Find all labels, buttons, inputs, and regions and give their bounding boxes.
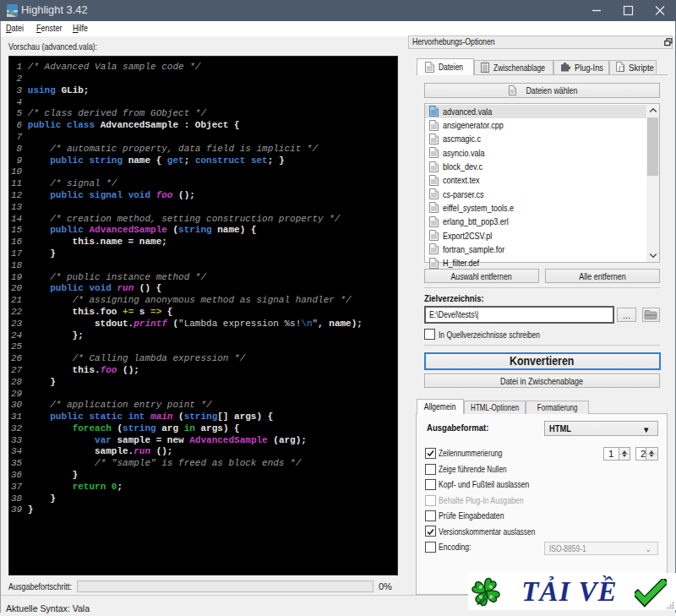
svg-text:{}: {} [618,65,624,72]
